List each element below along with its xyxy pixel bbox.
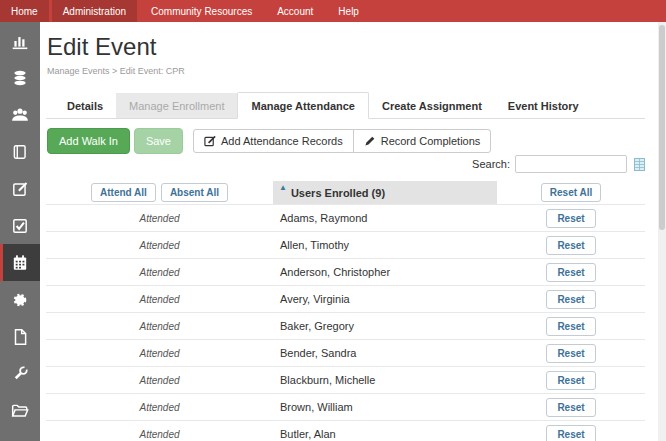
scrollbar-thumb[interactable] [659, 25, 665, 230]
file-icon [11, 328, 29, 346]
user-name: Allen, Timothy [273, 239, 497, 251]
edit-square-icon [11, 180, 29, 198]
app-window: Home Administration Community Resources … [0, 0, 666, 441]
top-navbar: Home Administration Community Resources … [0, 0, 666, 22]
save-button[interactable]: Save [134, 128, 183, 154]
table-header: Attend All Absent All ▲ Users Enrolled (… [46, 181, 645, 204]
page-title: Edit Event [47, 34, 645, 59]
edit-square-icon [204, 135, 216, 147]
add-walk-in-button[interactable]: Add Walk In [47, 128, 130, 154]
sidebar-item-book[interactable] [0, 133, 40, 170]
reset-button[interactable]: Reset [546, 317, 595, 336]
reset-button[interactable]: Reset [546, 290, 595, 309]
book-icon [11, 143, 29, 161]
folder-open-icon [11, 402, 29, 420]
row-action-cell: Reset [497, 236, 645, 255]
attendance-status: Attended [46, 321, 273, 332]
sidebar-item-events[interactable] [0, 244, 40, 281]
reset-button[interactable]: Reset [546, 371, 595, 390]
toolbar: Add Walk In Save Add Attendance Records … [46, 128, 645, 154]
nav-item-account[interactable]: Account [266, 0, 324, 22]
reset-button[interactable]: Reset [546, 263, 595, 282]
attendance-table-body: Attended Adams, Raymond Reset Attended A… [46, 204, 645, 441]
attendance-status: Attended [46, 402, 273, 413]
bar-chart-icon [11, 32, 29, 50]
main-content: Edit Event Manage Events > Edit Event: C… [40, 22, 658, 441]
user-name: Anderson, Christopher [273, 266, 497, 278]
attendance-status: Attended [46, 240, 273, 251]
left-sidebar [0, 22, 40, 441]
users-enrolled-column-header[interactable]: ▲ Users Enrolled (9) [273, 181, 497, 204]
table-row: Attended Anderson, Christopher Reset [46, 259, 645, 286]
absent-all-button[interactable]: Absent All [161, 183, 228, 202]
sidebar-item-reports[interactable] [0, 22, 40, 59]
nav-item-help[interactable]: Help [327, 0, 370, 22]
sidebar-item-edit[interactable] [0, 170, 40, 207]
breadcrumb: Manage Events > Edit Event: CPR [47, 66, 645, 76]
user-name: Butler, Alan [273, 428, 497, 440]
tab-bar: Details Manage Enrollment Manage Attenda… [46, 92, 645, 119]
reset-button[interactable]: Reset [546, 398, 595, 417]
table-row: Attended Blackburn, Michelle Reset [46, 367, 645, 394]
table-row: Attended Allen, Timothy Reset [46, 232, 645, 259]
sort-ascending-icon: ▲ [279, 183, 287, 192]
nav-item-administration[interactable]: Administration [52, 0, 137, 22]
sidebar-item-tools[interactable] [0, 355, 40, 392]
sidebar-item-files[interactable] [0, 392, 40, 429]
sidebar-item-documents[interactable] [0, 318, 40, 355]
tab-manage-enrollment[interactable]: Manage Enrollment [116, 93, 237, 118]
tab-details[interactable]: Details [54, 93, 116, 118]
reset-button[interactable]: Reset [546, 236, 595, 255]
status-column-header: Attend All Absent All [46, 181, 273, 204]
tab-event-history[interactable]: Event History [495, 93, 592, 118]
row-action-cell: Reset [497, 344, 645, 363]
attendance-status: Attended [46, 348, 273, 359]
row-action-cell: Reset [497, 317, 645, 336]
reset-button[interactable]: Reset [546, 344, 595, 363]
search-label: Search: [472, 158, 510, 170]
attendance-status: Attended [46, 375, 273, 386]
nav-item-home[interactable]: Home [0, 0, 49, 22]
search-row: Search: [46, 155, 645, 173]
reset-button[interactable]: Reset [546, 425, 595, 441]
table-row: Attended Baker, Gregory Reset [46, 313, 645, 340]
reset-button[interactable]: Reset [546, 209, 595, 228]
table-row: Attended Brown, William Reset [46, 394, 645, 421]
calendar-icon [11, 254, 29, 272]
reset-all-button[interactable]: Reset All [541, 183, 601, 202]
vertical-scrollbar[interactable] [658, 22, 666, 441]
gear-icon [11, 291, 29, 309]
attend-all-button[interactable]: Attend All [91, 183, 156, 202]
check-square-icon [11, 217, 29, 235]
user-name: Bender, Sandra [273, 347, 497, 359]
nav-item-community-resources[interactable]: Community Resources [140, 0, 263, 22]
table-row: Attended Avery, Virginia Reset [46, 286, 645, 313]
attendance-status: Attended [46, 213, 273, 224]
attendance-button-group: Add Attendance Records Record Completion… [193, 129, 491, 153]
table-row: Attended Bender, Sandra Reset [46, 340, 645, 367]
export-excel-icon[interactable] [634, 158, 645, 171]
database-icon [11, 69, 29, 87]
sidebar-item-settings[interactable] [0, 281, 40, 318]
sidebar-item-users[interactable] [0, 96, 40, 133]
row-action-cell: Reset [497, 398, 645, 417]
reset-column-header: Reset All [497, 181, 645, 204]
user-name: Blackburn, Michelle [273, 374, 497, 386]
search-input[interactable] [515, 155, 627, 173]
users-icon [11, 106, 29, 124]
add-attendance-records-button[interactable]: Add Attendance Records [193, 129, 354, 153]
sidebar-item-tasks[interactable] [0, 207, 40, 244]
user-name: Brown, William [273, 401, 497, 413]
row-action-cell: Reset [497, 290, 645, 309]
tab-manage-attendance[interactable]: Manage Attendance [237, 92, 369, 119]
record-completions-button[interactable]: Record Completions [353, 129, 492, 153]
attendance-status: Attended [46, 294, 273, 305]
users-enrolled-label: Users Enrolled (9) [291, 187, 385, 199]
wrench-icon [11, 365, 29, 383]
tab-create-assignment[interactable]: Create Assignment [369, 93, 495, 118]
attendance-status: Attended [46, 429, 273, 440]
row-action-cell: Reset [497, 425, 645, 441]
attendance-status: Attended [46, 267, 273, 278]
sidebar-item-database[interactable] [0, 59, 40, 96]
user-name: Baker, Gregory [273, 320, 497, 332]
